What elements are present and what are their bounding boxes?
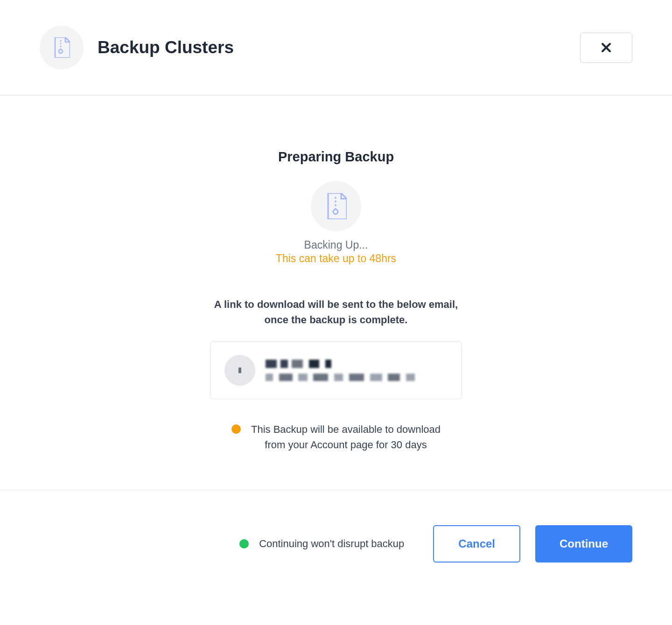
close-button[interactable] bbox=[580, 33, 632, 63]
info-line-1: This Backup will be available to downloa… bbox=[251, 424, 441, 435]
warning-dot-icon bbox=[231, 424, 241, 434]
header-icon-container bbox=[40, 26, 84, 69]
zip-file-icon bbox=[325, 193, 347, 219]
continue-button[interactable]: Continue bbox=[535, 525, 632, 562]
description-line-2: once the backup is complete. bbox=[265, 314, 408, 326]
zip-file-icon bbox=[53, 37, 70, 58]
info-line-2: from your Account page for 30 days bbox=[265, 439, 427, 451]
svg-point-4 bbox=[333, 209, 338, 214]
recipient-email-redacted bbox=[266, 374, 415, 381]
availability-info: This Backup will be available to downloa… bbox=[251, 422, 441, 452]
email-info bbox=[266, 360, 448, 381]
close-icon bbox=[601, 42, 611, 53]
dialog-footer: Continuing won't disrupt backup Cancel C… bbox=[0, 490, 672, 597]
footer-status-text: Continuing won't disrupt backup bbox=[259, 538, 404, 550]
success-dot-icon bbox=[239, 539, 249, 549]
backup-status: Backing Up... bbox=[304, 239, 368, 251]
email-recipient-card bbox=[210, 341, 462, 399]
description-line-1: A link to download will be sent to the b… bbox=[214, 299, 458, 310]
dialog-title: Backup Clusters bbox=[98, 38, 234, 57]
section-title: Preparing Backup bbox=[278, 149, 394, 165]
avatar bbox=[224, 355, 255, 386]
avatar-placeholder bbox=[238, 368, 241, 373]
email-description: A link to download will be sent to the b… bbox=[214, 297, 458, 327]
cancel-button[interactable]: Cancel bbox=[433, 525, 520, 562]
recipient-name-redacted bbox=[266, 360, 340, 368]
header-left: Backup Clusters bbox=[40, 26, 234, 69]
footer-status: Continuing won't disrupt backup bbox=[239, 538, 404, 550]
svg-point-0 bbox=[59, 49, 63, 53]
backup-icon-container bbox=[311, 181, 361, 231]
dialog-content: Preparing Backup Backing Up... This can … bbox=[0, 96, 672, 490]
backup-duration-note: This can take up to 48hrs bbox=[276, 252, 396, 265]
availability-info-row: This Backup will be available to downloa… bbox=[231, 422, 441, 452]
dialog-header: Backup Clusters bbox=[0, 0, 672, 96]
